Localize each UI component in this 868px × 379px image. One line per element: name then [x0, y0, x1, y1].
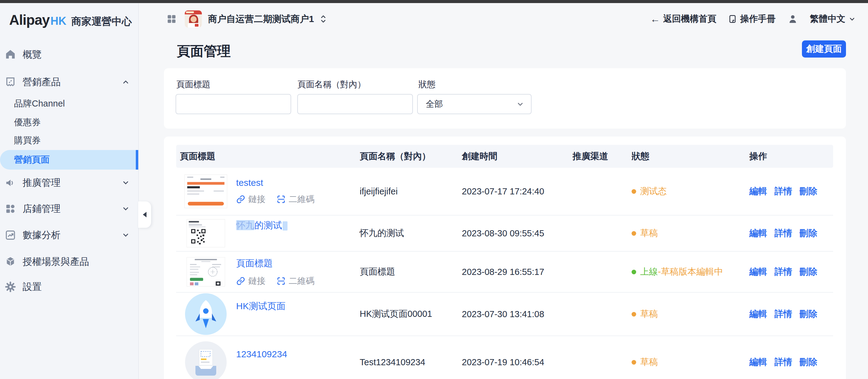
topbar: 商户自运营二期测试商户1 ← 返回機構首頁 操作手冊 繁體中文 [140, 3, 868, 35]
page-title-link[interactable]: 頁面標題 [236, 257, 314, 270]
column-header: 狀態 [631, 150, 749, 163]
coupon-icon [4, 76, 17, 88]
back-link-label: 返回機構首頁 [663, 13, 716, 25]
workspace-select-icon[interactable] [319, 14, 328, 24]
status-text: 草稿 [640, 308, 658, 320]
edit-link[interactable]: 編輯 [749, 308, 767, 320]
link-icon [236, 195, 245, 204]
sidebar-collapse-handle[interactable] [138, 201, 151, 228]
megaphone-icon [4, 177, 17, 189]
status-badge: 上線-草稿版本編輯中 [631, 266, 749, 278]
page-title-link[interactable]: 怀九的测试 [236, 219, 287, 232]
created-time-cell: 2023-08-29 16:55:17 [462, 267, 572, 277]
page-title-link[interactable]: HK测试页面 [236, 300, 286, 313]
sidebar-item-store-management[interactable]: 店鋪管理 [0, 200, 139, 218]
sidebar-item-data-analysis[interactable]: 數據分析 [0, 226, 139, 244]
selection-tail [283, 221, 287, 231]
delete-link[interactable]: 刪除 [800, 185, 817, 198]
qrcode-button[interactable]: 二維碼 [277, 194, 314, 205]
home-icon [4, 48, 17, 61]
sidebar-item-brand-channel[interactable]: 品牌Channel [14, 96, 65, 111]
manual-link[interactable]: 操作手冊 [728, 13, 776, 25]
page-thumbnail[interactable] [184, 257, 227, 287]
copy-link-button[interactable]: 鏈接 [236, 194, 266, 205]
language-selector[interactable]: 繁體中文 [810, 13, 856, 25]
table-body: testest 鏈接 二維碼 [176, 168, 833, 379]
sidebar-item-promotion[interactable]: 推廣管理 [0, 174, 139, 192]
page-name-cell: Test1234109234 [360, 357, 462, 367]
page-title: 頁面管理 [177, 42, 230, 60]
sidebar-item-label: 概覽 [23, 48, 41, 61]
edit-link[interactable]: 編輯 [749, 227, 767, 239]
sidebar-item-authorized-scenes[interactable]: 授權場景與產品 [0, 253, 139, 271]
created-time-cell: 2023-07-19 10:46:54 [462, 357, 572, 367]
create-page-button[interactable]: 創建頁面 [802, 40, 846, 58]
sidebar-item-purchase-voucher[interactable]: 購買券 [14, 133, 41, 148]
table-row: 怀九的测试 怀九的测试 2023-08-30 09:55:45 草稿 編輯 詳情… [176, 215, 833, 252]
table-header-row: 頁面標題 頁面名稱（對內） 創建時間 推廣渠道 狀態 操作 [176, 145, 833, 168]
link-icon [236, 276, 245, 286]
sidebar-item-coupon[interactable]: 優惠券 [14, 115, 41, 130]
analytics-icon [4, 229, 17, 241]
edit-link[interactable]: 編輯 [749, 266, 767, 278]
browser-top-strip [0, 0, 868, 3]
grid-icon [4, 203, 17, 215]
user-account-icon[interactable] [787, 13, 798, 25]
status-text: 测试态 [640, 185, 667, 198]
created-time-cell: 2023-07-30 13:41:08 [462, 309, 572, 319]
column-header: 創建時間 [462, 150, 572, 163]
chevron-down-icon [848, 15, 856, 23]
brand-logo: Alipay HK 商家運營中心 [9, 12, 132, 28]
actions-cell: 編輯 詳情 刪除 [749, 356, 833, 368]
page-title-link[interactable]: 1234109234 [236, 349, 287, 359]
language-label: 繁體中文 [810, 13, 845, 25]
status-badge: 草稿 [631, 356, 749, 368]
sidebar-item-marketing-pages[interactable]: 營銷頁面 [14, 152, 50, 168]
status-text: 草稿 [640, 227, 658, 239]
status-dot [631, 312, 636, 317]
details-link[interactable]: 詳情 [774, 185, 792, 198]
manual-doc-icon [728, 14, 737, 24]
details-link[interactable]: 詳情 [774, 266, 792, 278]
chevron-down-icon [122, 179, 130, 187]
details-link[interactable]: 詳情 [774, 227, 792, 239]
filter-status-select[interactable]: 全部 [417, 94, 532, 114]
details-link[interactable]: 詳情 [774, 308, 792, 320]
status-dot [631, 231, 636, 236]
page-thumbnail[interactable] [184, 219, 227, 247]
sidebar-item-marketing-products[interactable]: 營銷產品 [0, 73, 139, 91]
qrcode-button[interactable]: 二維碼 [277, 275, 314, 287]
page-title-cell: testest 鏈接 二維碼 [180, 175, 360, 208]
manual-label: 操作手冊 [740, 13, 776, 25]
apps-grid-icon[interactable] [166, 14, 177, 24]
page-name-cell: 怀九的测试 [360, 227, 462, 239]
page-thumbnail[interactable] [184, 175, 227, 208]
page-name-cell: ifjeijfiejifei [360, 186, 462, 197]
status-badge: 草稿 [631, 227, 749, 239]
delete-link[interactable]: 刪除 [800, 356, 817, 368]
brand-alipay: Alipay [9, 12, 50, 28]
column-header: 操作 [749, 150, 833, 163]
edit-link[interactable]: 編輯 [749, 356, 767, 368]
sidebar-item-overview[interactable]: 概覽 [0, 45, 139, 64]
chevron-up-icon [122, 78, 130, 86]
page-name-cell: 頁面標題 [360, 266, 462, 278]
filter-title-input[interactable] [176, 94, 291, 114]
delete-link[interactable]: 刪除 [800, 308, 817, 320]
back-to-org-home-link[interactable]: ← 返回機構首頁 [650, 13, 716, 25]
delete-link[interactable]: 刪除 [800, 266, 817, 278]
sidebar-sub-label: 購買券 [14, 135, 41, 147]
filter-name-input[interactable] [297, 94, 413, 114]
page-title-link[interactable]: testest [236, 178, 314, 188]
sidebar-item-label: 營銷產品 [23, 76, 61, 88]
page-thumbnail[interactable] [184, 341, 227, 379]
qrcode-scan-icon [277, 195, 286, 204]
workspace-switcher[interactable]: 商户自运营二期测试商户1 [166, 10, 328, 28]
details-link[interactable]: 詳情 [774, 356, 792, 368]
actions-cell: 編輯 詳情 刪除 [749, 185, 833, 198]
sidebar-item-settings[interactable]: 設置 [0, 278, 139, 296]
page-thumbnail[interactable] [184, 293, 227, 335]
edit-link[interactable]: 編輯 [749, 185, 767, 198]
delete-link[interactable]: 刪除 [800, 227, 817, 239]
copy-link-button[interactable]: 鏈接 [236, 275, 266, 287]
